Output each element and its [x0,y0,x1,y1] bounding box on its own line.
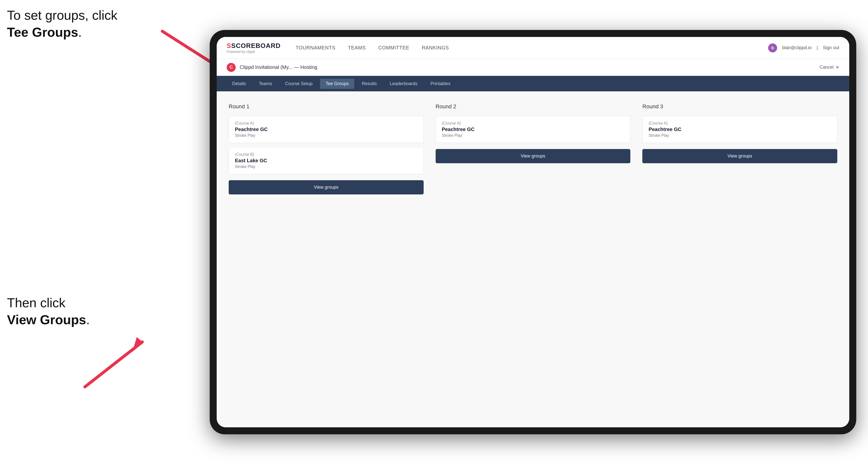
logo-text: SSCOREBOARD [227,42,281,50]
round-1-course-b-card: (Course B) East Lake GC Stroke Play [229,147,424,174]
round-1-title: Round 1 [229,103,424,110]
round-1-course-a-format: Stroke Play [235,133,417,138]
nav-tournaments[interactable]: TOURNAMENTS [296,43,336,53]
tab-course-setup[interactable]: Course Setup [280,79,318,89]
instruction-top-line1: To set groups, click [7,8,117,23]
logo-c-letter: S [227,42,231,50]
nav-committee[interactable]: COMMITTEE [378,43,409,53]
top-nav: SSCOREBOARD Powered by clippit TOURNAMEN… [217,37,849,59]
pipe-separator: | [816,45,818,51]
tournament-bar: C Clippd Invitational (My... — Hosting C… [217,59,849,76]
user-email: blair@clippd.io [782,45,812,51]
round-3-column: Round 3 (Course A) Peachtree GC Stroke P… [642,103,837,194]
round-3-title: Round 3 [642,103,837,110]
round-3-course-a-card: (Course A) Peachtree GC Stroke Play [642,116,837,143]
round-2-title: Round 2 [436,103,630,110]
nav-teams[interactable]: TEAMS [348,43,366,53]
instruction-bottom: Then click View Groups. [7,294,90,328]
round-1-course-b-name: East Lake GC [235,158,417,163]
tab-details[interactable]: Details [227,79,251,89]
round-1-course-a-name: Peachtree GC [235,127,417,132]
round-2-course-a-name: Peachtree GC [442,127,624,132]
tournament-name: Clippd Invitational (My... — Hosting [240,64,819,70]
round-3-course-a-format: Stroke Play [649,133,831,138]
nav-rankings[interactable]: RANKINGS [422,43,449,53]
sign-out-link[interactable]: Sign out [823,45,839,51]
tab-results[interactable]: Results [356,79,382,89]
instruction-bottom-line1: Then click [7,295,65,310]
instruction-bottom-period: . [86,312,90,327]
logo-sub: Powered by clippit [227,50,281,54]
round-2-view-groups-button[interactable]: View groups [436,149,630,163]
round-2-course-a-card: (Course A) Peachtree GC Stroke Play [436,116,630,143]
round-2-course-a-format: Stroke Play [442,133,624,138]
rounds-grid: Round 1 (Course A) Peachtree GC Stroke P… [229,103,837,194]
cancel-button[interactable]: Cancel ✕ [819,65,839,70]
round-3-course-a-label: (Course A) [649,121,831,126]
tablet-screen: SSCOREBOARD Powered by clippit TOURNAMEN… [217,37,849,427]
main-content: Round 1 (Course A) Peachtree GC Stroke P… [217,91,849,427]
instruction-top-bold: Tee Groups [7,25,78,39]
tablet: SSCOREBOARD Powered by clippit TOURNAMEN… [210,30,856,434]
tournament-status-text: — [294,64,301,70]
instruction-top: To set groups, click Tee Groups. [7,7,117,41]
round-1-course-a-card: (Course A) Peachtree GC Stroke Play [229,116,424,143]
tab-tee-groups[interactable]: Tee Groups [320,79,354,89]
logo-area: SSCOREBOARD Powered by clippit [227,42,281,54]
instruction-top-period: . [78,25,82,39]
nav-links: TOURNAMENTS TEAMS COMMITTEE RANKINGS [296,43,768,53]
round-1-column: Round 1 (Course A) Peachtree GC Stroke P… [229,103,424,194]
tournament-hosting: Hosting [300,64,317,70]
close-icon: ✕ [836,65,839,70]
instruction-bottom-bold: View Groups [7,312,86,327]
round-2-column: Round 2 (Course A) Peachtree GC Stroke P… [436,103,630,194]
tab-printables[interactable]: Printables [425,79,456,89]
round-1-course-a-label: (Course A) [235,121,417,126]
round-1-course-b-label: (Course B) [235,152,417,157]
round-3-course-a-name: Peachtree GC [649,127,831,132]
nav-right: b blair@clippd.io | Sign out [768,43,839,53]
round-2-course-a-label: (Course A) [442,121,624,126]
user-avatar: b [768,43,777,53]
arrow-view-groups-icon [70,327,150,392]
tab-teams[interactable]: Teams [253,79,278,89]
round-3-view-groups-button[interactable]: View groups [642,149,837,163]
tournament-logo: C [227,63,236,72]
round-1-view-groups-button[interactable]: View groups [229,180,424,194]
sub-tabs-bar: Details Teams Course Setup Tee Groups Re… [217,76,849,91]
round-1-course-b-format: Stroke Play [235,164,417,169]
tab-leaderboards[interactable]: Leaderboards [384,79,423,89]
